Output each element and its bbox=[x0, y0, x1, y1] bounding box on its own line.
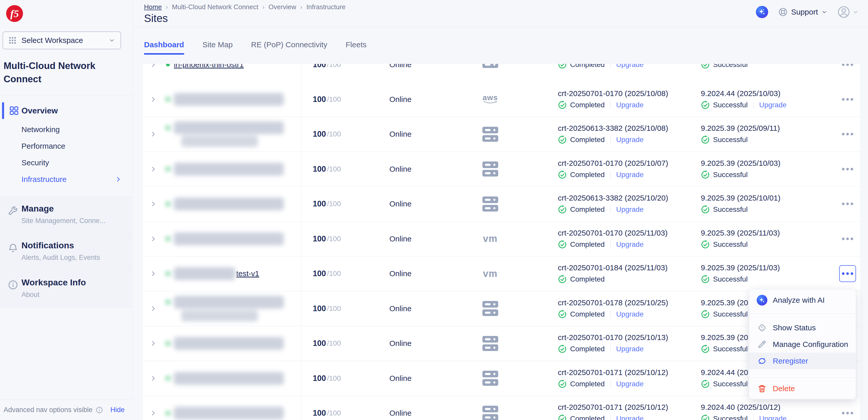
row-actions-button[interactable] bbox=[839, 91, 856, 108]
tab-dashboard[interactable]: Dashboard bbox=[144, 40, 184, 55]
row-expander[interactable] bbox=[143, 187, 163, 221]
upgrade-link[interactable]: Upgrade bbox=[616, 171, 644, 179]
upgrade-link[interactable]: Upgrade bbox=[759, 101, 786, 109]
nodes-total: /100 bbox=[327, 374, 341, 383]
sw-status-line: Successful bbox=[701, 310, 748, 319]
nodes-cell: 100/100 bbox=[301, 187, 364, 221]
upgrade-link[interactable]: Upgrade bbox=[616, 205, 644, 214]
menu-item-reregister[interactable]: Reregister bbox=[749, 353, 856, 369]
row-actions-button[interactable] bbox=[839, 405, 856, 420]
row-expander[interactable] bbox=[143, 361, 163, 396]
sidebar-item-manage[interactable]: ManageSite Management, Conne... bbox=[0, 197, 133, 234]
menu-item-show-status[interactable]: Show Status bbox=[749, 319, 856, 336]
os-version-cell: crt-20250701-0184 (2025/11/03)Completed bbox=[546, 257, 689, 291]
tab-bar: DashboardSite MapRE (PoP) ConnectivityFl… bbox=[144, 40, 367, 55]
check-circle-icon bbox=[558, 64, 567, 69]
server-stack-icon bbox=[483, 406, 498, 420]
row-expander[interactable] bbox=[143, 64, 163, 82]
upgrade-link[interactable]: Upgrade bbox=[616, 380, 644, 388]
sw-cell: 9.2025.39 (2025/11/03)Successful bbox=[701, 263, 780, 284]
nodes-total: /100 bbox=[327, 270, 341, 278]
row-actions-button[interactable] bbox=[839, 231, 856, 247]
sidebar-item-notifications[interactable]: NotificationsAlerts, Audit Logs, Events bbox=[0, 234, 133, 271]
row-expander[interactable] bbox=[143, 117, 163, 152]
sidebar-item-overview[interactable]: Overview bbox=[0, 100, 133, 121]
sw-cell: 9.2024.44 (20Successful bbox=[701, 368, 748, 389]
upgrade-link[interactable]: Upgrade bbox=[616, 136, 644, 144]
tab-site-map[interactable]: Site Map bbox=[203, 40, 232, 55]
server-stack-icon bbox=[483, 371, 498, 386]
check-circle-icon bbox=[701, 275, 710, 284]
row-actions-button[interactable] bbox=[839, 126, 856, 143]
upgrade-link[interactable]: Upgrade bbox=[616, 310, 644, 318]
nodes-count: 100 bbox=[313, 164, 326, 174]
menu-item-delete[interactable]: Delete bbox=[749, 380, 856, 397]
os-version: crt-20250701-0178 (2025/10/25) bbox=[558, 298, 668, 307]
breadcrumb-item[interactable]: Overview bbox=[269, 3, 296, 11]
user-menu[interactable] bbox=[837, 6, 859, 19]
sidebar-item-infrastructure[interactable]: Infrastructure bbox=[0, 171, 133, 187]
row-actions-button[interactable] bbox=[839, 196, 856, 212]
check-circle-icon bbox=[701, 205, 710, 214]
nodes-count: 100 bbox=[313, 269, 326, 278]
blurred-site-name bbox=[166, 407, 284, 419]
row-expander[interactable] bbox=[143, 257, 163, 291]
f5-logo[interactable]: f5 bbox=[6, 5, 23, 22]
row-actions-button[interactable] bbox=[839, 265, 856, 282]
sidebar-item-workspace-info[interactable]: Workspace InfoAbout bbox=[0, 271, 133, 308]
breadcrumb-item[interactable]: Home bbox=[144, 3, 162, 11]
os-version-cell: crt-20250701-0171 (2025/10/12)CompletedU… bbox=[546, 361, 689, 396]
tab-fleets[interactable]: Fleets bbox=[346, 40, 367, 55]
os-cell: crt-20250613-3382 (2025/10/20)CompletedU… bbox=[558, 193, 668, 214]
upgrade-link[interactable]: Upgrade bbox=[759, 415, 786, 420]
provider-cell bbox=[434, 64, 547, 82]
site-name-cell bbox=[163, 326, 301, 361]
sidebar-item-networking[interactable]: Networking bbox=[0, 121, 133, 138]
row-expander[interactable] bbox=[143, 152, 163, 186]
row-actions-button[interactable] bbox=[839, 161, 856, 178]
row-expander[interactable] bbox=[143, 291, 163, 326]
actions-cell bbox=[812, 82, 860, 117]
os-version: crt-20250701-0184 (2025/11/03) bbox=[558, 263, 668, 272]
provider-cell bbox=[434, 152, 547, 186]
row-actions-button[interactable] bbox=[839, 64, 856, 73]
row-expander[interactable] bbox=[143, 221, 163, 256]
upgrade-link[interactable]: Upgrade bbox=[616, 101, 644, 109]
upgrade-link[interactable]: Upgrade bbox=[616, 240, 644, 248]
tab-re-pop-connectivity[interactable]: RE (PoP) Connectivity bbox=[251, 40, 327, 55]
nodes-cell: 100/100 bbox=[301, 361, 364, 396]
advanced-nav-note: Advanced nav options visible bbox=[4, 406, 92, 414]
sw-version: 9.2025.39 (2025/11/03) bbox=[701, 229, 780, 237]
blur-blob bbox=[174, 267, 235, 280]
menu-item-analyze-with-ai[interactable]: Analyze with AI bbox=[749, 292, 856, 308]
row-expander[interactable] bbox=[143, 396, 163, 420]
blurred-site-name bbox=[166, 163, 284, 176]
breadcrumb-item[interactable]: Multi-Cloud Network Connect bbox=[172, 3, 258, 11]
upgrade-link[interactable]: Upgrade bbox=[616, 415, 644, 420]
sidebar-item-security[interactable]: Security bbox=[0, 154, 133, 171]
site-health-dot bbox=[166, 167, 170, 171]
breadcrumb-separator-icon: › bbox=[300, 4, 302, 11]
check-circle-icon bbox=[558, 275, 567, 284]
pencil-icon bbox=[756, 339, 768, 349]
menu-item-manage-configuration[interactable]: Manage Configuration bbox=[749, 336, 856, 353]
breadcrumb: Home›Multi-Cloud Network Connect›Overvie… bbox=[144, 3, 350, 11]
sw-status-line: Successful bbox=[701, 64, 747, 69]
site-status: Online bbox=[364, 64, 434, 82]
row-expander[interactable] bbox=[143, 82, 163, 117]
upgrade-link[interactable]: Upgrade bbox=[616, 64, 644, 69]
site-status: Online bbox=[364, 82, 434, 117]
row-expander[interactable] bbox=[143, 326, 163, 361]
check-circle-icon bbox=[558, 310, 567, 319]
hide-advanced-nav-link[interactable]: Hide bbox=[110, 406, 125, 414]
sw-status-line: SuccessfulUpgrade bbox=[701, 100, 786, 110]
actions-cell bbox=[812, 257, 860, 291]
site-name-link[interactable]: test-v1 bbox=[236, 269, 259, 278]
upgrade-link[interactable]: Upgrade bbox=[616, 345, 644, 353]
sidebar-item-performance[interactable]: Performance bbox=[0, 138, 133, 154]
support-label: Support bbox=[791, 8, 818, 17]
site-name-link[interactable]: in-phoenix-thin-ostr1 bbox=[174, 64, 244, 69]
ai-assistant-button[interactable] bbox=[756, 6, 768, 18]
workspace-selector[interactable]: Select Workspace bbox=[3, 31, 121, 49]
support-menu[interactable]: Support bbox=[778, 7, 828, 17]
